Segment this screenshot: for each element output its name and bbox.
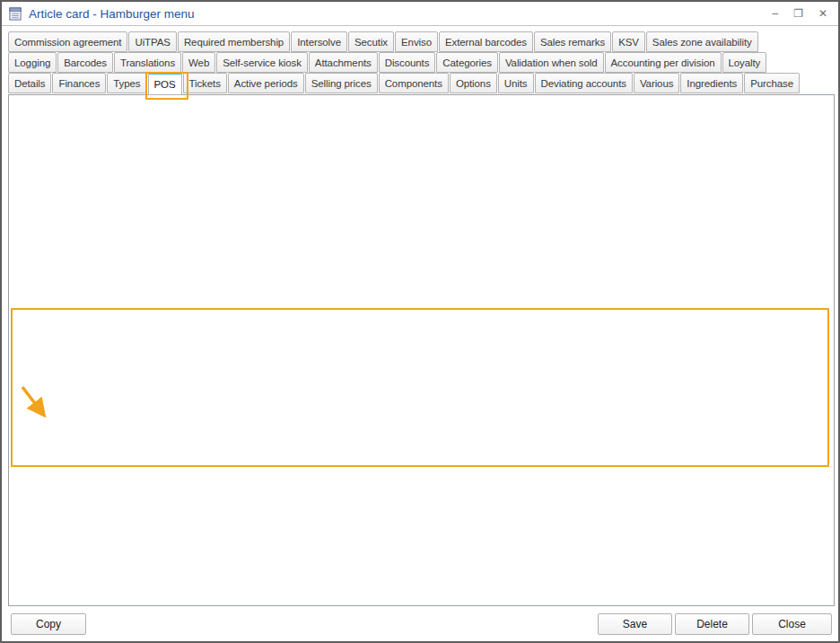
tab-various[interactable]: Various <box>634 73 679 93</box>
tab-sales-remarks[interactable]: Sales remarks <box>534 31 611 52</box>
maximize-button[interactable]: ❐ <box>793 8 803 19</box>
minimize-button[interactable]: – <box>772 8 778 19</box>
tab-strip: Commission agreementUiTPASRequired membe… <box>8 31 835 93</box>
tab-self-service-kiosk[interactable]: Self-service kiosk <box>216 52 308 73</box>
tab-types[interactable]: Types <box>107 73 146 93</box>
close-icon[interactable]: ✕ <box>818 8 827 19</box>
pos-tab-panel <box>8 94 835 606</box>
save-button[interactable]: Save <box>598 613 672 635</box>
tab-ingredients[interactable]: Ingredients <box>680 73 743 93</box>
copy-button[interactable]: Copy <box>11 613 86 635</box>
title-bar: Article card - Hamburger menu – ❐ ✕ <box>2 2 838 26</box>
tab-tickets[interactable]: Tickets <box>183 73 227 93</box>
tab-pos[interactable]: POS <box>148 73 182 95</box>
tab-purchase[interactable]: Purchase <box>744 73 800 93</box>
tab-row-3: DetailsFinancesTypesPOSTicketsActive per… <box>8 73 835 93</box>
tab-required-membership[interactable]: Required membership <box>178 31 290 52</box>
delete-button[interactable]: Delete <box>675 613 749 635</box>
window-title: Article card - Hamburger menu <box>29 7 195 21</box>
tab-commission-agreement[interactable]: Commission agreement <box>8 31 127 52</box>
tab-deviating-accounts[interactable]: Deviating accounts <box>535 73 633 93</box>
tab-enviso[interactable]: Enviso <box>395 31 438 52</box>
article-card-window: Article card - Hamburger menu – ❐ ✕ Comm… <box>0 0 840 643</box>
tab-discounts[interactable]: Discounts <box>379 52 436 73</box>
tab-components[interactable]: Components <box>379 73 449 93</box>
tab-loyalty[interactable]: Loyalty <box>722 52 767 73</box>
tab-attachments[interactable]: Attachments <box>309 52 378 73</box>
tab-sales-zone-availability[interactable]: Sales zone availability <box>646 31 758 52</box>
tab-secutix[interactable]: Secutix <box>348 31 394 52</box>
tab-finances[interactable]: Finances <box>52 73 106 93</box>
tab-intersolve[interactable]: Intersolve <box>291 31 347 52</box>
tab-row-2: LoggingBarcodesTranslationsWebSelf-servi… <box>8 52 835 73</box>
window-icon <box>9 7 22 21</box>
tab-active-periods[interactable]: Active periods <box>228 73 304 93</box>
tab-options[interactable]: Options <box>450 73 497 93</box>
tab-web[interactable]: Web <box>182 52 215 73</box>
tab-translations[interactable]: Translations <box>114 52 181 73</box>
tab-logging[interactable]: Logging <box>8 52 57 73</box>
tab-categories[interactable]: Categories <box>436 52 498 73</box>
tab-ksv[interactable]: KSV <box>612 31 645 52</box>
tab-barcodes[interactable]: Barcodes <box>57 52 113 73</box>
tab-selling-prices[interactable]: Selling prices <box>305 73 378 93</box>
tab-validation-when-sold[interactable]: Validation when sold <box>499 52 604 73</box>
tab-accounting-per-division[interactable]: Accounting per division <box>605 52 722 73</box>
tab-row-1: Commission agreementUiTPASRequired membe… <box>8 31 835 52</box>
tab-external-barcodes[interactable]: External barcodes <box>439 31 533 52</box>
tab-units[interactable]: Units <box>498 73 534 93</box>
close-button[interactable]: Close <box>752 613 832 635</box>
tab-details[interactable]: Details <box>8 73 51 93</box>
tab-uitpas[interactable]: UiTPAS <box>128 31 176 52</box>
